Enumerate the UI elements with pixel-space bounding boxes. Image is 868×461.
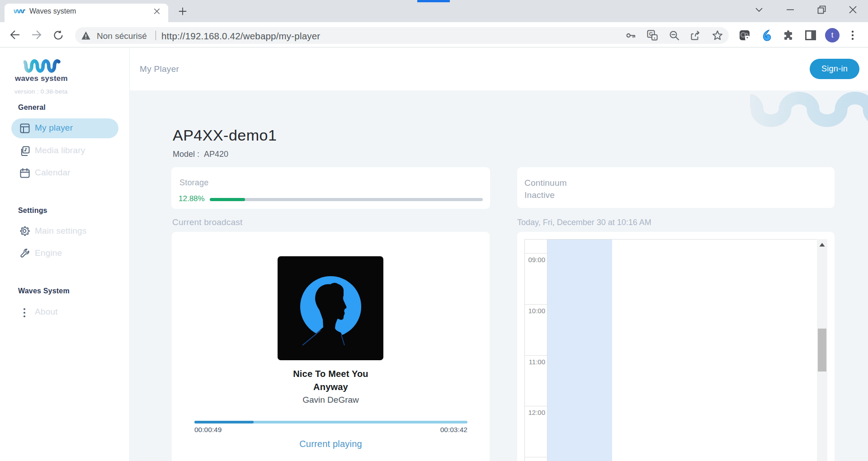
svg-text:x: x [654, 36, 656, 40]
